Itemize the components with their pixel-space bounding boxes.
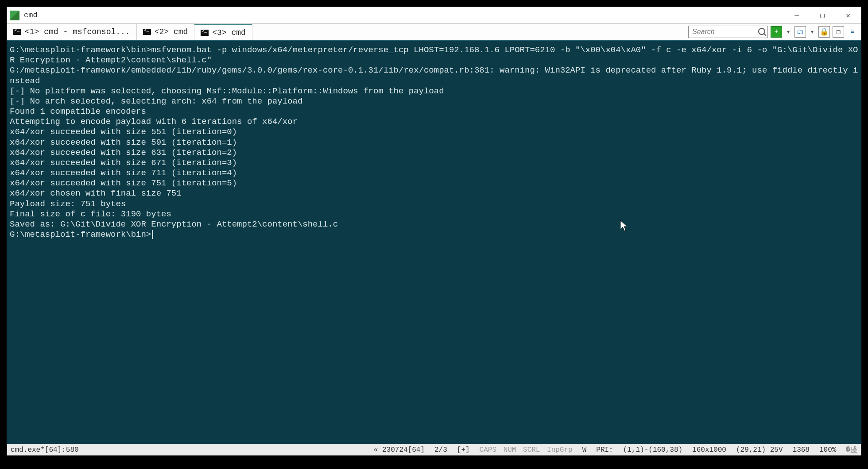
terminal-line: G:\metasploit-framework\bin> (10, 230, 859, 240)
terminal-line: Payload size: 751 bytes (10, 199, 859, 209)
status-inpgrp: InpGrp (547, 446, 573, 454)
tab-label: <1> cmd - msfconsol... (25, 27, 130, 36)
window-mode-button[interactable]: ❐ (833, 26, 844, 38)
terminal[interactable]: G:\metasploit-framework\bin>msfvenom.bat… (7, 41, 861, 444)
tabs: <1> cmd - msfconsol...<2> cmd<3> cmd (7, 24, 252, 40)
new-tab-dropdown-icon[interactable]: ▾ (785, 27, 792, 36)
status-zoom: 100% (819, 446, 836, 454)
app-icon (10, 11, 19, 20)
status-size: 1368 (793, 446, 810, 454)
status-pri: PRI↕ (596, 446, 613, 454)
terminal-line: x64/xor succeeded with size 671 (iterati… (10, 158, 859, 168)
terminal-line: x64/xor succeeded with size 551 (iterati… (10, 127, 859, 137)
search-input-wrap (688, 26, 768, 38)
terminal-line: Saved as: G:\Git\Divide XOR Encryption -… (10, 219, 859, 230)
tab-label: <2> cmd (155, 27, 188, 36)
search-input[interactable] (688, 26, 768, 38)
cmd-icon (13, 29, 21, 35)
status-scrl: SCRL (523, 446, 540, 454)
status-dim: 160x1000 (692, 446, 726, 454)
status-caps: CAPS (480, 446, 496, 454)
terminal-line: Found 1 compatible encoders (10, 107, 859, 117)
status-tab-index: 2/3 (434, 446, 447, 454)
explorer-button[interactable]: 🗂 (794, 26, 806, 38)
menu-button[interactable]: ≡ (847, 26, 858, 38)
tab-0[interactable]: <1> cmd - msfconsol... (7, 24, 137, 40)
resize-grip-icon[interactable]: �盛 (846, 445, 857, 454)
terminal-line: x64/xor chosen with final size 751 (10, 188, 859, 199)
explorer-dropdown-icon[interactable]: ▾ (809, 27, 816, 36)
terminal-line: x64/xor succeeded with size 631 (iterati… (10, 148, 859, 158)
lock-button[interactable]: 🔒 (818, 26, 830, 38)
tabbar: <1> cmd - msfconsol...<2> cmd<3> cmd + ▾… (7, 24, 861, 41)
terminal-line: x64/xor succeeded with size 711 (iterati… (10, 168, 859, 178)
search-icon (758, 28, 765, 35)
status-process: cmd.exe*[64]:580 (11, 446, 79, 454)
text-cursor (152, 230, 153, 239)
terminal-line: x64/xor succeeded with size 591 (iterati… (10, 138, 859, 148)
status-num: NUM (504, 446, 516, 454)
tab-2[interactable]: <3> cmd (194, 24, 252, 40)
terminal-line: G:/metasploit-framework/embedded/lib/rub… (10, 65, 859, 86)
cmd-icon (201, 30, 209, 36)
terminal-line: [-] No arch selected, selecting arch: x6… (10, 96, 859, 107)
minimize-button[interactable]: — (784, 7, 810, 24)
terminal-line: Final size of c file: 3190 bytes (10, 209, 859, 219)
new-tab-button[interactable]: + (771, 26, 782, 38)
terminal-line: x64/xor succeeded with size 751 (iterati… (10, 178, 859, 188)
close-button[interactable]: ✕ (835, 7, 861, 24)
status-plus[interactable]: [+] (457, 446, 470, 454)
app-window: cmd — ▢ ✕ <1> cmd - msfconsol...<2> cmd<… (7, 7, 861, 456)
status-w: W (582, 446, 587, 454)
terminal-line: [-] No platform was selected, choosing M… (10, 86, 859, 96)
statusbar: cmd.exe*[64]:580 « 230724[64] 2/3 [+] CA… (7, 444, 861, 455)
maximize-button[interactable]: ▢ (810, 7, 835, 24)
window-title: cmd (24, 11, 38, 19)
status-sel: (1,1)-(160,38) (623, 446, 682, 454)
titlebar: cmd — ▢ ✕ (7, 7, 861, 24)
terminal-line: Attempting to encode payload with 6 iter… (10, 117, 859, 127)
cmd-icon (143, 29, 151, 35)
terminal-line: G:\metasploit-framework\bin>msfvenom.bat… (10, 45, 859, 65)
status-cursor: (29,21) 25V (736, 446, 783, 454)
status-chars: « 230724[64] (374, 446, 425, 454)
tab-1[interactable]: <2> cmd (137, 24, 195, 40)
tab-label: <3> cmd (212, 28, 246, 37)
